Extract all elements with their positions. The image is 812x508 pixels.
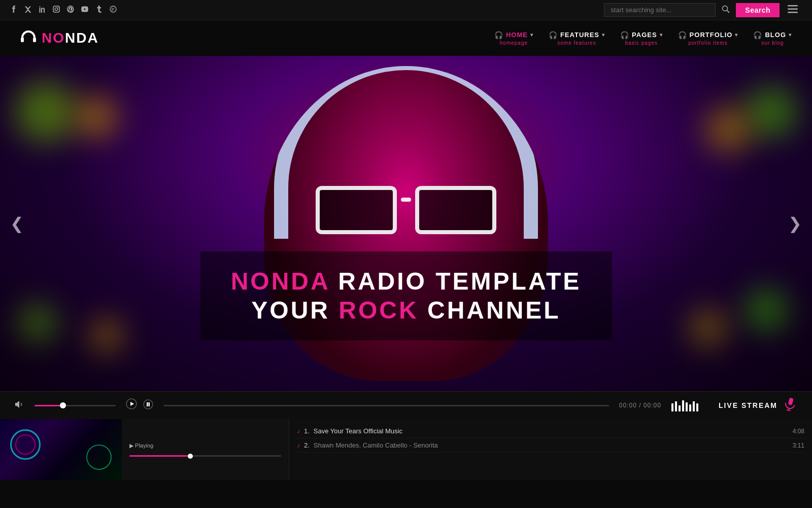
social-twitter[interactable] <box>24 6 31 14</box>
playlist-item-1[interactable]: ♪ 1. Save Your Tears Official Music 4:08 <box>297 424 804 438</box>
hero-slider: NONDA RADIO TEMPLATE YOUR ROCK CHANNEL ❮… <box>0 56 812 391</box>
hero-person <box>228 56 584 391</box>
svg-rect-7 <box>788 9 798 10</box>
bokeh-1 <box>15 81 76 142</box>
nav-home[interactable]: 🎧 HOME ▾ homepage <box>494 31 533 46</box>
svg-point-1 <box>55 8 58 11</box>
below-fold: ▶ Playing ♪ 1. Save Your Tears Official … <box>0 419 812 480</box>
headphones-icon-home: 🎧 <box>494 31 503 39</box>
chevron-home: ▾ <box>530 32 533 38</box>
audio-visualizer <box>671 399 698 411</box>
social-facebook[interactable] <box>10 6 17 14</box>
search-input[interactable] <box>604 3 716 17</box>
playlist-number-2: 2. <box>304 441 310 449</box>
svg-rect-9 <box>21 38 24 42</box>
nav-portfolio[interactable]: 🎧 PORTFOLIO ▾ portfolio items <box>678 31 738 46</box>
svg-rect-6 <box>788 5 798 7</box>
bokeh-6 <box>91 320 122 351</box>
playlist-duration-1: 4:08 <box>793 428 804 435</box>
pause-button[interactable] <box>143 399 153 412</box>
bar-3 <box>679 405 681 411</box>
bar-2 <box>675 401 677 411</box>
playlist-title-2-text: Shawn Mendes, Camilo Cabello - Senorita <box>314 441 438 449</box>
player-time: 00:00 / 00:00 <box>619 402 661 409</box>
chevron-pages: ▾ <box>660 32 663 38</box>
play-button[interactable] <box>126 398 137 412</box>
svg-line-5 <box>727 10 730 13</box>
nav-pages[interactable]: 🎧 PAGES ▾ basic pages <box>620 31 663 46</box>
social-tumblr[interactable] <box>95 6 103 14</box>
svg-rect-15 <box>149 402 150 406</box>
social-youtube[interactable] <box>81 6 88 14</box>
mini-player-fill <box>129 455 190 457</box>
slider-next-button[interactable]: ❯ <box>783 209 807 238</box>
svg-rect-14 <box>147 402 148 406</box>
svg-rect-8 <box>788 12 798 13</box>
volume-icon[interactable] <box>15 400 24 411</box>
chevron-portfolio: ▾ <box>735 32 738 38</box>
playlist-duration-2: 3:11 <box>793 442 804 449</box>
search-button[interactable]: Search <box>736 3 780 17</box>
glass-lens-left <box>316 186 397 234</box>
headphones-icon-pages: 🎧 <box>620 31 629 39</box>
social-pinterest[interactable] <box>67 6 74 14</box>
social-instagram[interactable] <box>53 6 60 14</box>
volume-slider[interactable] <box>35 405 116 406</box>
thumbnail-card[interactable] <box>0 419 122 480</box>
neon-circle-pink <box>15 434 36 455</box>
live-stream-area: LIVE STREAM <box>719 397 797 415</box>
logo-text: NONDA <box>42 30 99 46</box>
svg-rect-0 <box>53 6 59 12</box>
svg-marker-12 <box>130 402 134 406</box>
search-icon-button[interactable] <box>720 3 732 17</box>
player-bar: 00:00 / 00:00 LIVE STREAM <box>0 391 812 419</box>
logo[interactable]: NONDA <box>20 29 99 47</box>
nav-blog[interactable]: 🎧 BLOG ▾ our blog <box>753 31 792 46</box>
playlist-title-1-text: Save Your Tears Official Music <box>314 427 402 435</box>
progress-track[interactable] <box>163 405 609 406</box>
microphone-icon <box>781 395 799 416</box>
hamburger-menu-button[interactable] <box>784 2 802 18</box>
svg-point-4 <box>723 6 728 11</box>
bokeh-4 <box>705 107 751 152</box>
bokeh-7 <box>746 290 787 330</box>
mini-player-thumb[interactable] <box>188 454 193 459</box>
glass-lens-right <box>415 186 496 234</box>
bar-6 <box>689 404 691 411</box>
chevron-features: ▾ <box>602 32 605 38</box>
social-icons <box>10 6 117 14</box>
sunglasses <box>316 186 496 234</box>
slide-line-1: NONDA RADIO TEMPLATE <box>231 267 582 296</box>
mini-player-status: ▶ Playing <box>129 442 281 449</box>
playlist-note-2: ♪ <box>297 442 300 449</box>
playlist-panel: ♪ 1. Save Your Tears Official Music 4:08… <box>289 419 812 480</box>
slider-prev-button[interactable]: ❮ <box>5 209 29 238</box>
bar-1 <box>671 403 673 411</box>
svg-line-17 <box>789 408 789 410</box>
bokeh-5 <box>20 305 56 340</box>
bokeh-3 <box>746 86 797 137</box>
svg-rect-10 <box>33 38 36 42</box>
hero-background: NONDA RADIO TEMPLATE YOUR ROCK CHANNEL <box>0 56 812 391</box>
bokeh-2 <box>76 97 117 137</box>
social-linkedin[interactable] <box>39 6 46 14</box>
neon-circle-green <box>86 444 112 470</box>
bar-5 <box>686 402 688 411</box>
playlist-title-1: 1. <box>304 427 310 435</box>
headphones-icon-features: 🎧 <box>549 31 558 39</box>
nav-features[interactable]: 🎧 FEATURES ▾ some features <box>549 31 605 46</box>
mini-player: ▶ Playing <box>122 419 289 480</box>
live-stream-label: LIVE STREAM <box>719 401 777 409</box>
social-spotify[interactable] <box>110 6 117 14</box>
playlist-item-2[interactable]: ♪ 2. Shawn Mendes, Camilo Cabello - Seno… <box>297 438 804 453</box>
glass-bridge <box>401 198 411 202</box>
bar-8 <box>696 403 698 411</box>
volume-fill <box>35 405 63 406</box>
mini-player-track[interactable] <box>129 455 281 457</box>
top-bar: Search <box>0 0 812 20</box>
svg-point-13 <box>144 400 153 409</box>
headphones-icon-blog: 🎧 <box>753 31 762 39</box>
volume-thumb[interactable] <box>60 402 66 408</box>
slide-text-overlay: NONDA RADIO TEMPLATE YOUR ROCK CHANNEL <box>200 251 612 340</box>
bar-7 <box>693 401 695 411</box>
